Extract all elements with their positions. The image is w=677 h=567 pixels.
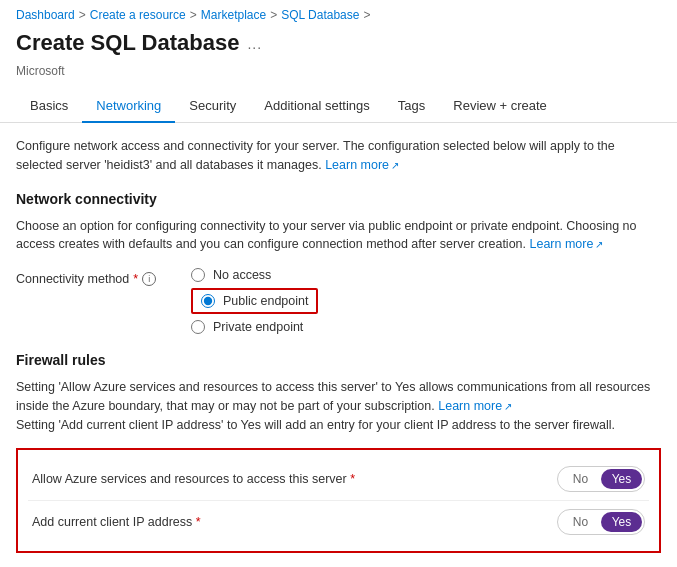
client-ip-toggle-no[interactable]: No bbox=[560, 512, 601, 532]
firewall-row-client-ip: Add current client IP address * No Yes bbox=[28, 501, 649, 543]
allow-azure-label: Allow Azure services and resources to ac… bbox=[32, 471, 557, 489]
radio-public-endpoint-highlight: Public endpoint bbox=[191, 288, 318, 314]
breadcrumb-create-resource[interactable]: Create a resource bbox=[90, 8, 186, 22]
radio-no-access[interactable]: No access bbox=[191, 268, 318, 282]
firewall-description: Setting 'Allow Azure services and resour… bbox=[16, 378, 661, 434]
learn-more-link-3[interactable]: Learn more bbox=[438, 399, 512, 413]
allow-azure-toggle[interactable]: No Yes bbox=[557, 466, 645, 492]
allow-azure-toggle-yes[interactable]: Yes bbox=[601, 469, 642, 489]
breadcrumb-marketplace[interactable]: Marketplace bbox=[201, 8, 266, 22]
breadcrumb: Dashboard > Create a resource > Marketpl… bbox=[0, 0, 677, 26]
firewall-row-allow-azure: Allow Azure services and resources to ac… bbox=[28, 458, 649, 501]
breadcrumb-sql-database[interactable]: SQL Database bbox=[281, 8, 359, 22]
connectivity-method-label: Connectivity method * i bbox=[16, 268, 191, 286]
tab-additional-settings[interactable]: Additional settings bbox=[250, 90, 384, 123]
radio-public-endpoint-input[interactable] bbox=[201, 294, 215, 308]
page-subtitle: Microsoft bbox=[0, 64, 677, 90]
radio-private-endpoint-input[interactable] bbox=[191, 320, 205, 334]
firewall-rules-title: Firewall rules bbox=[16, 352, 661, 368]
connectivity-method-info-icon[interactable]: i bbox=[142, 272, 156, 286]
page-header: Create SQL Database ... bbox=[0, 26, 677, 64]
connectivity-method-row: Connectivity method * i No access Public… bbox=[16, 268, 661, 334]
learn-more-link-1[interactable]: Learn more bbox=[325, 158, 399, 172]
client-ip-label: Add current client IP address * bbox=[32, 514, 557, 532]
tab-review-create[interactable]: Review + create bbox=[439, 90, 561, 123]
breadcrumb-dashboard[interactable]: Dashboard bbox=[16, 8, 75, 22]
network-description: Configure network access and connectivit… bbox=[16, 137, 661, 175]
connectivity-method-radio-group: No access Public endpoint Private endpoi… bbox=[191, 268, 318, 334]
page-title: Create SQL Database bbox=[16, 30, 239, 56]
content-area: Configure network access and connectivit… bbox=[0, 123, 677, 567]
network-connectivity-title: Network connectivity bbox=[16, 191, 661, 207]
tab-basics[interactable]: Basics bbox=[16, 90, 82, 123]
tab-security[interactable]: Security bbox=[175, 90, 250, 123]
network-connectivity-info: Choose an option for configuring connect… bbox=[16, 217, 661, 255]
tab-networking[interactable]: Networking bbox=[82, 90, 175, 123]
tab-tags[interactable]: Tags bbox=[384, 90, 439, 123]
client-ip-toggle-yes[interactable]: Yes bbox=[601, 512, 642, 532]
ellipsis-menu-button[interactable]: ... bbox=[247, 36, 262, 52]
learn-more-link-2[interactable]: Learn more bbox=[530, 237, 604, 251]
client-ip-toggle[interactable]: No Yes bbox=[557, 509, 645, 535]
radio-no-access-input[interactable] bbox=[191, 268, 205, 282]
radio-private-endpoint[interactable]: Private endpoint bbox=[191, 320, 318, 334]
radio-public-endpoint[interactable]: Public endpoint bbox=[201, 294, 308, 308]
firewall-rules-box: Allow Azure services and resources to ac… bbox=[16, 448, 661, 553]
tabs-bar: Basics Networking Security Additional se… bbox=[0, 90, 677, 123]
allow-azure-toggle-no[interactable]: No bbox=[560, 469, 601, 489]
